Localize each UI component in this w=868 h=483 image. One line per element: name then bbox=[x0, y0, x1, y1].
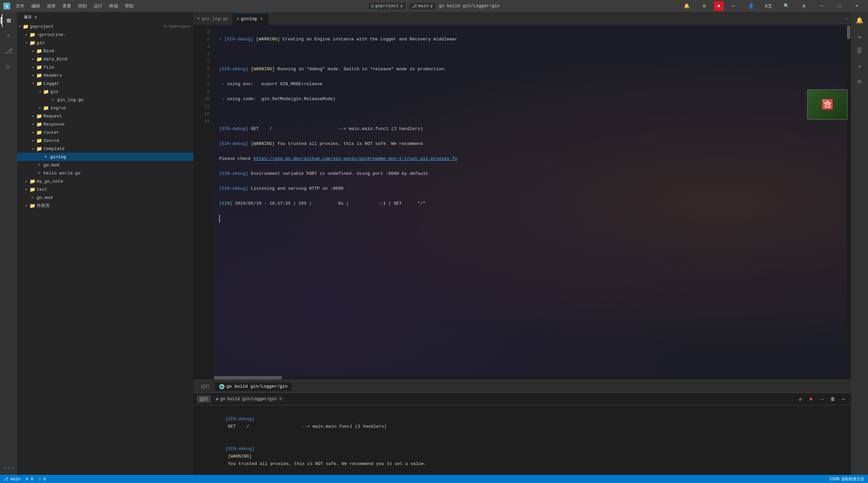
activity-item-debug[interactable]: ▷ bbox=[2, 59, 15, 73]
tree-item-source[interactable]: ▸ 📁 Source bbox=[17, 136, 193, 145]
menu-view[interactable]: 查看 bbox=[60, 2, 74, 10]
code-line-9: Please check https://pkg.go.dev/github.c… bbox=[219, 155, 851, 163]
folder-icon: 📁 bbox=[29, 186, 35, 192]
right-layout-icon[interactable]: ⊟ bbox=[853, 75, 866, 88]
right-cloud-icon[interactable]: ☁ bbox=[853, 29, 866, 42]
branch-icon: ⎇ bbox=[412, 3, 417, 9]
tree-item-logger[interactable]: ▾ 📁 Logger bbox=[17, 79, 193, 88]
menu-edit[interactable]: 编辑 bbox=[28, 2, 43, 10]
project-selector[interactable]: g goproject ∨ bbox=[368, 3, 406, 10]
settings-icon[interactable]: ⚙ bbox=[696, 0, 712, 12]
tab-label-ginlog: ginlog bbox=[241, 16, 257, 21]
code-content[interactable]: ✓[GIN-debug] [WARNING] Creating an Engin… bbox=[214, 25, 851, 380]
tab-more-button[interactable]: ⋯ bbox=[843, 13, 851, 25]
more-icon[interactable]: ⋯ bbox=[726, 0, 741, 12]
main-container: ⊞ ⌕ ⎇ ▷ ··· 项目 ∨ ▾ 📁 goproject G:\goproj… bbox=[0, 12, 868, 475]
error-count[interactable]: ⊗ 0 bbox=[26, 477, 33, 482]
tree-item-logrus[interactable]: ▸ 📁 logrus bbox=[17, 104, 193, 112]
stop-button[interactable]: ■ bbox=[807, 395, 815, 403]
close-button[interactable]: × bbox=[849, 0, 865, 12]
tree-item-goproject[interactable]: ▾ 📁 goproject G:\goproject bbox=[17, 22, 193, 31]
terminal-output[interactable]: [GIN-debug] GET / --> main.main.func1 (3… bbox=[193, 405, 851, 475]
minimize-button[interactable]: ─ bbox=[814, 0, 829, 12]
tree-item-router[interactable]: ▸ 📁 router bbox=[17, 128, 193, 136]
tree-item-response[interactable]: ▸ 📁 Response bbox=[17, 120, 193, 128]
tree-item-file[interactable]: ▸ 📁 file bbox=[17, 63, 193, 71]
cursor bbox=[219, 215, 220, 222]
tree-item-gin-sub[interactable]: ▾ 📁 gin bbox=[17, 88, 193, 96]
tab-gin-log-go[interactable]: ≡ gin_log.go bbox=[193, 13, 233, 25]
tree-collapse-icon: ▸ bbox=[31, 56, 36, 62]
tab-run[interactable]: 运行 bbox=[197, 382, 214, 391]
more-options-button[interactable]: ⋯ bbox=[840, 395, 848, 403]
activity-item-more[interactable]: ··· bbox=[2, 461, 15, 475]
gin-debug-text-2: You trusted all proxies, this is NOT saf… bbox=[225, 461, 426, 466]
project-icon: g bbox=[371, 3, 374, 8]
tree-item-external[interactable]: ▸ 📁 外部库 bbox=[17, 202, 193, 210]
debug-icon: ▷ bbox=[6, 62, 11, 71]
menu-goto[interactable]: 转到 bbox=[75, 2, 90, 10]
restart-button[interactable]: ↺ bbox=[796, 395, 804, 403]
tree-item-data-bind[interactable]: ▸ 📁 data_Bind bbox=[17, 55, 193, 63]
tree-item-bind[interactable]: ▸ 📁 Bind bbox=[17, 47, 193, 55]
right-magic-icon[interactable]: ✦ bbox=[853, 59, 866, 73]
tree-item-request[interactable]: ▸ 📁 Request bbox=[17, 112, 193, 120]
tab-ginlog[interactable]: ≡ ginlog × bbox=[233, 13, 269, 25]
tree-item-goroutine[interactable]: ▸ 📁 -goroutine- bbox=[17, 31, 193, 39]
branch-status[interactable]: ⎇ main bbox=[3, 477, 20, 482]
tree-label-logrus: logrus bbox=[50, 106, 193, 111]
tree-label-gin: gin bbox=[37, 40, 193, 45]
menu-run[interactable]: 运行 bbox=[91, 2, 105, 10]
maximize-button[interactable]: □ bbox=[831, 0, 847, 12]
toolbar-close-icon[interactable]: × bbox=[279, 397, 282, 402]
go-file-icon: ≡ bbox=[50, 97, 56, 103]
tree-item-go-mod-root[interactable]: ≡ go.mod bbox=[17, 193, 193, 202]
tab-close-button[interactable]: × bbox=[259, 16, 264, 22]
activity-item-search[interactable]: ⌕ bbox=[2, 29, 15, 42]
translate-icon[interactable]: A文 bbox=[761, 0, 776, 12]
mod-file2-icon: ≡ bbox=[29, 194, 35, 201]
tree-item-template[interactable]: ▸ 📁 template bbox=[17, 145, 193, 153]
activity-item-git[interactable]: ⎇ bbox=[2, 44, 15, 58]
tree-label-ginlog: ginlog bbox=[50, 154, 193, 160]
tree-item-hello-world[interactable]: ≡ hello world.go bbox=[17, 169, 193, 177]
next-button[interactable]: → bbox=[818, 395, 826, 403]
account-icon[interactable]: 👤 bbox=[743, 0, 759, 12]
tree-collapse-icon: ▸ bbox=[31, 138, 36, 143]
notifications-icon[interactable]: 🔔 bbox=[679, 0, 694, 12]
gear-icon[interactable]: ⚙ bbox=[796, 0, 812, 12]
tree-label-hello-world: hello world.go bbox=[43, 171, 193, 176]
tree-label-go-mod-root: go.mod bbox=[37, 195, 193, 200]
tree-label-template: template bbox=[43, 146, 193, 151]
activity-item-explorer[interactable]: ⊞ bbox=[2, 14, 15, 27]
tree-item-gin[interactable]: ▾ 📁 gin bbox=[17, 39, 193, 47]
tree-label-headers: Headers bbox=[43, 73, 193, 78]
code-line-8: [GIN-debug] [WARNING] You trusted all pr… bbox=[219, 140, 851, 148]
tree-label-go-mod: go.mod bbox=[43, 163, 193, 168]
search-button[interactable]: 🔍 bbox=[778, 0, 794, 12]
title-bar-center: g goproject ∨ ⎇ main ∨ go build gin/Logg… bbox=[220, 3, 648, 10]
record-icon[interactable]: ● bbox=[714, 1, 724, 11]
warning-count[interactable]: ⚠ 0 bbox=[39, 477, 46, 482]
tree-item-gin-log-go[interactable]: ≡ gin_log.go bbox=[17, 96, 193, 104]
tree-item-go-mod[interactable]: ≡ go.mod bbox=[17, 161, 193, 169]
menu-file[interactable]: 文件 bbox=[13, 2, 27, 10]
sidebar-content[interactable]: ▾ 📁 goproject G:\goproject ▸ 📁 -goroutin… bbox=[17, 22, 193, 475]
menu-terminal[interactable]: 终端 bbox=[107, 2, 121, 10]
tree-item-my-go-note[interactable]: ▸ 📁 my_go_note bbox=[17, 177, 193, 185]
branch-chevron-icon: ∨ bbox=[430, 3, 433, 9]
tree-item-headers[interactable]: ▸ 📁 Headers bbox=[17, 71, 193, 79]
right-db-icon[interactable]: 🗄 bbox=[853, 44, 866, 58]
delete-button[interactable]: 🗑 bbox=[829, 395, 837, 403]
term-line-1: [GIN-debug] GET / --> main.main.func1 (3… bbox=[199, 408, 846, 438]
tab-terminal[interactable]: ▶ go build gin/Logger/gin bbox=[215, 383, 291, 391]
right-bell-icon[interactable]: 🔔 bbox=[853, 14, 866, 27]
tree-label-gin-sub: gin bbox=[50, 89, 193, 94]
tree-item-ginlog[interactable]: ≡ ginlog bbox=[17, 153, 193, 161]
branch-selector[interactable]: ⎇ main ∨ bbox=[409, 3, 436, 10]
tree-item-test[interactable]: ▸ 📁 test bbox=[17, 185, 193, 193]
menu-select[interactable]: 选择 bbox=[44, 2, 58, 10]
tree-expand-icon: ▾ bbox=[37, 89, 43, 94]
terminal-tab-label: go build gin/Logger/gin bbox=[227, 384, 287, 389]
menu-help[interactable]: 帮助 bbox=[122, 2, 136, 10]
